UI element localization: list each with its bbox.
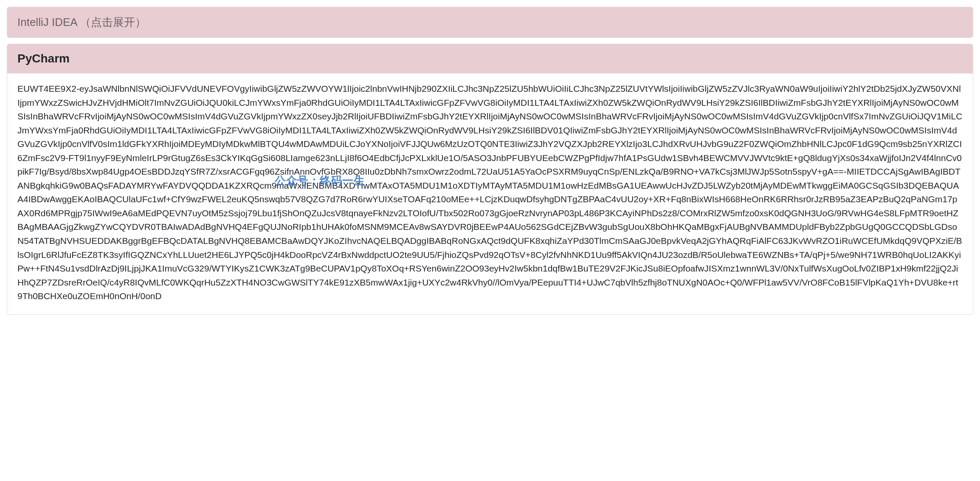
accordion-item-intellij: IntelliJ IDEA （点击展开） [7,7,973,38]
accordion-item-pycharm: PyCharm 公众号：终码一生 EUWT4EE9X2-eyJsaWNlbnNl… [7,44,973,315]
accordion-content: EUWT4EE9X2-eyJsaWNlbnNlSWQiOiJFVVdUNEVFO… [17,84,962,301]
accordion-title: IntelliJ IDEA （点击展开） [17,15,146,30]
accordion-body-pycharm: 公众号：终码一生 EUWT4EE9X2-eyJsaWNlbnNlSWQiOiJF… [7,73,973,314]
accordion-title: PyCharm [17,52,70,65]
accordion-header-intellij[interactable]: IntelliJ IDEA （点击展开） [7,7,973,37]
accordion: IntelliJ IDEA （点击展开） PyCharm 公众号：终码一生 EU… [7,7,973,315]
accordion-header-pycharm[interactable]: PyCharm [7,44,973,73]
